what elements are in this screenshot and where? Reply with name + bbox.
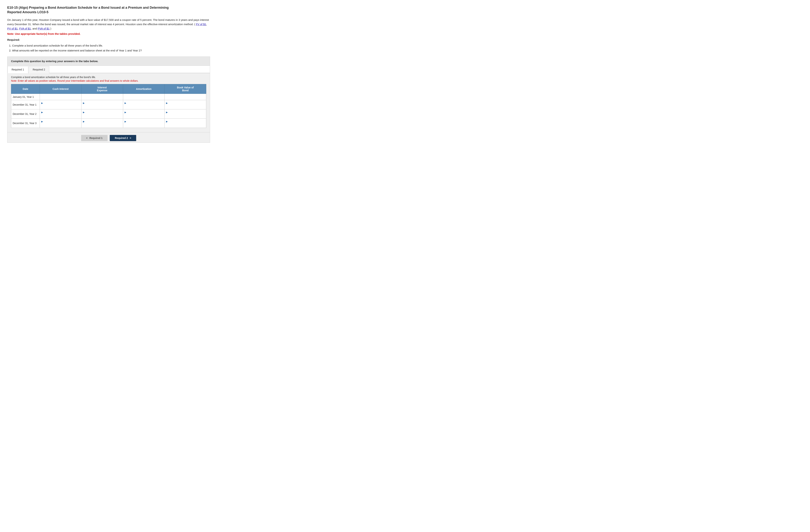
interest-expense-input-1[interactable] <box>83 95 122 99</box>
prev-button[interactable]: < Required 1 <box>81 135 108 141</box>
tab-required-1[interactable]: Required 1 <box>7 66 28 73</box>
tab1-description: Complete a bond amortization schedule fo… <box>11 76 206 79</box>
arrow-icon-4a: ▶ <box>41 120 43 123</box>
arrow-icon-2c: ▶ <box>125 102 126 104</box>
table-row: January 01, Year 1 <box>11 94 206 100</box>
arrow-icon-2b: ▶ <box>83 102 84 104</box>
col-date: Date <box>11 84 40 94</box>
cash-interest-input-3[interactable] <box>41 114 80 117</box>
book-value-input-1[interactable] <box>166 95 205 99</box>
arrow-icon-4d: ▶ <box>166 120 168 123</box>
requirement-2: 2. What amounts will be reported on the … <box>9 48 210 53</box>
required-heading: Required: <box>7 38 210 41</box>
prev-arrow-icon: < <box>86 136 88 140</box>
interest-expense-cell-1 <box>81 94 123 100</box>
problem-text: On January 1 of this year, Houston Compa… <box>7 18 210 31</box>
bottom-nav: < Required 1 Required 2 > <box>7 132 210 143</box>
interest-expense-input-4[interactable] <box>83 123 122 126</box>
interest-expense-input-2[interactable] <box>83 104 122 108</box>
next-button[interactable]: Required 2 > <box>110 135 136 141</box>
cash-interest-input-4[interactable] <box>41 123 80 126</box>
pv-link[interactable]: PV of $1 <box>7 27 18 30</box>
page-title: E10-15 (Algo) Preparing a Bond Amortizat… <box>7 5 210 15</box>
book-value-cell-1 <box>165 94 206 100</box>
col-interest-expense: InterestExpense <box>81 84 123 94</box>
pva-link[interactable]: PVA of $1 <box>38 27 50 30</box>
arrow-icon-3a: ▶ <box>41 111 43 114</box>
fva-link[interactable]: FVA of $1 <box>19 27 31 30</box>
cash-interest-input-2[interactable] <box>41 104 80 108</box>
table-row: December 31, Year 1 ▶ ▶ ▶ ▶ <box>11 100 206 109</box>
amortization-input-4[interactable] <box>125 123 163 126</box>
table-row: December 31, Year 3 ▶ ▶ ▶ ▶ <box>11 119 206 128</box>
book-value-input-2[interactable] <box>166 104 205 108</box>
tabs-container: Required 1 Required 2 Complete a bond am… <box>7 66 210 143</box>
arrow-icon-4b: ▶ <box>83 120 84 123</box>
arrow-icon-4c: ▶ <box>125 120 126 123</box>
cash-interest-cell-1 <box>40 94 81 100</box>
cash-interest-cell-3: ▶ <box>40 109 81 119</box>
amortization-cell-3: ▶ <box>123 109 165 119</box>
amortization-input-3[interactable] <box>125 114 163 117</box>
note-red: Note: Use appropriate factor(s) from the… <box>7 32 210 35</box>
amortization-cell-1 <box>123 94 165 100</box>
cash-interest-input-1[interactable] <box>41 95 80 99</box>
fv-link[interactable]: FV of $1 <box>196 23 206 26</box>
requirements-list: 1. Complete a bond amortization schedule… <box>9 43 210 53</box>
date-cell-2: December 31, Year 1 <box>11 100 40 109</box>
book-value-cell-2: ▶ <box>165 100 206 109</box>
interest-expense-input-3[interactable] <box>83 114 122 117</box>
arrow-icon-2d: ▶ <box>166 102 168 104</box>
date-cell-3: December 31, Year 2 <box>11 109 40 119</box>
book-value-input-4[interactable] <box>166 123 205 126</box>
tabs-row: Required 1 Required 2 <box>7 66 210 73</box>
amortization-cell-2: ▶ <box>123 100 165 109</box>
interest-expense-cell-4: ▶ <box>81 119 123 128</box>
amortization-cell-4: ▶ <box>123 119 165 128</box>
date-cell-1: January 01, Year 1 <box>11 94 40 100</box>
book-value-cell-4: ▶ <box>165 119 206 128</box>
arrow-icon-2a: ▶ <box>41 102 43 104</box>
arrow-icon-3d: ▶ <box>166 111 168 114</box>
col-amortization: Amortization <box>123 84 165 94</box>
date-cell-4: December 31, Year 3 <box>11 119 40 128</box>
instruction-banner: Complete this question by entering your … <box>7 57 210 66</box>
book-value-input-3[interactable] <box>166 114 205 117</box>
table-row: December 31, Year 2 ▶ ▶ ▶ ▶ <box>11 109 206 119</box>
amortization-input-2[interactable] <box>125 104 163 108</box>
amortization-input-1[interactable] <box>125 95 163 99</box>
interest-expense-cell-2: ▶ <box>81 100 123 109</box>
col-cash-interest: Cash Interest <box>40 84 81 94</box>
tab1-content: Complete a bond amortization schedule fo… <box>7 73 210 132</box>
tab1-note-red: Note: Enter all values as positive value… <box>11 79 206 82</box>
tab-required-2[interactable]: Required 2 <box>29 66 49 73</box>
cash-interest-cell-2: ▶ <box>40 100 81 109</box>
interest-expense-cell-3: ▶ <box>81 109 123 119</box>
arrow-icon-3c: ▶ <box>125 111 126 114</box>
book-value-cell-3: ▶ <box>165 109 206 119</box>
arrow-icon-3b: ▶ <box>83 111 84 114</box>
next-arrow-icon: > <box>130 136 131 140</box>
cash-interest-cell-4: ▶ <box>40 119 81 128</box>
amortization-table: Date Cash Interest InterestExpense Amort… <box>11 84 206 128</box>
col-book-value: Book Value ofBond <box>165 84 206 94</box>
requirement-1: 1. Complete a bond amortization schedule… <box>9 43 210 48</box>
